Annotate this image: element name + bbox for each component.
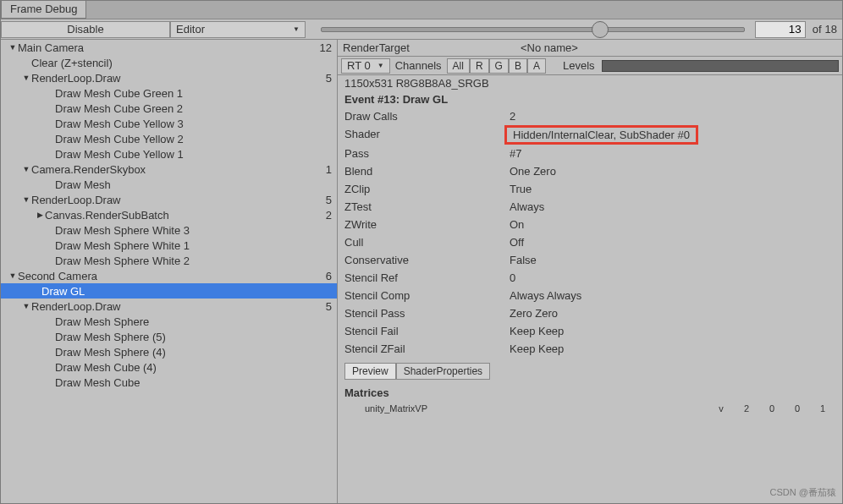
tree-row[interactable]: Draw Mesh Cube Yellow 1 [1,146,337,162]
tree-row[interactable]: Draw Mesh Sphere White 1 [1,238,337,253]
tree-label: Draw Mesh Cube Yellow 2 [55,133,311,145]
property-value: #7 [510,147,521,160]
chevron-down-icon: ▼ [377,62,384,69]
levels-slider[interactable] [602,60,839,72]
tree-row[interactable]: Draw Mesh Cube Green 1 [1,85,337,101]
tree-label: Draw Mesh Sphere White 3 [55,224,311,237]
property-label: Conservative [344,254,510,266]
tree-row[interactable]: Draw GL [1,283,337,299]
details-panel: RenderTarget <No name> RT 0 ▼ Channels A… [338,40,842,503]
tree-row[interactable]: ▼Camera.RenderSkybox1 [1,162,337,177]
property-row: ZClipTrue [338,180,842,198]
property-value: 0 [510,271,515,284]
event-slider[interactable] [314,27,752,32]
channel-button-r[interactable]: R [470,58,489,74]
channels-row: RT 0 ▼ Channels AllRGBA Levels [338,57,842,75]
tree-count: 5 [311,300,332,313]
tree-row[interactable]: ▶Canvas.RenderSubBatch2 [1,207,337,222]
tree-count: 1 [311,163,332,176]
slider-thumb[interactable] [592,21,609,38]
collapse-icon[interactable]: ▼ [8,271,18,280]
window-tab[interactable]: Frame Debug [1,1,86,19]
tree-label: Draw Mesh Cube Yellow 3 [55,118,311,130]
property-label: Stencil ZFail [344,342,510,355]
property-row: Stencil CompAlways Always [338,287,842,304]
render-target-row: RenderTarget <No name> [338,40,842,57]
rt-dropdown[interactable]: RT 0 ▼ [341,58,390,74]
tree-row[interactable]: Draw Mesh Cube [1,375,337,390]
tree-row[interactable]: ▼RenderLoop.Draw5 [1,70,337,85]
tree-row[interactable]: ▼RenderLoop.Draw5 [1,192,337,207]
tree-row[interactable]: Draw Mesh [1,177,337,192]
property-value: Always Always [510,289,581,302]
collapse-icon[interactable]: ▼ [21,195,31,204]
target-dropdown[interactable]: Editor ▼ [170,21,306,38]
toolbar: Disable Editor ▼ of 18 [1,19,842,40]
tree-label: Draw Mesh Cube Green 2 [55,102,311,115]
property-value: False [510,254,537,266]
channel-button-a[interactable]: A [527,58,546,74]
channel-button-b[interactable]: B [509,58,527,74]
tree-label: Draw Mesh Cube Yellow 1 [55,148,311,161]
tree-count: 2 [311,209,332,222]
tree-row[interactable]: Draw Mesh Cube Yellow 2 [1,131,337,146]
tree-row[interactable]: Draw Mesh Cube Yellow 3 [1,116,337,131]
property-label: Cull [344,236,510,249]
tree-row[interactable]: Draw Mesh Cube Green 2 [1,101,337,116]
tree-label: Clear (Z+stencil) [31,57,311,69]
expand-icon[interactable]: ▶ [35,211,45,219]
channel-button-all[interactable]: All [447,58,470,74]
property-label: Stencil Fail [344,325,510,337]
property-row: Stencil FailKeep Keep [338,322,842,340]
collapse-icon[interactable]: ▼ [21,302,31,310]
tab-preview[interactable]: Preview [344,363,396,380]
tree-row[interactable]: Draw Mesh Sphere (4) [1,344,337,359]
tree-row[interactable]: ▼RenderLoop.Draw5 [1,299,337,314]
property-row: Stencil ZFailKeep Keep [338,340,842,358]
property-label: Pass [344,147,510,160]
property-row: CullOff [338,233,842,251]
tree-label: Main Camera [18,41,311,54]
tree-row[interactable]: ▼Main Camera12 [1,40,337,55]
collapse-icon[interactable]: ▼ [8,43,18,52]
tree-row[interactable]: Clear (Z+stencil) [1,55,337,70]
property-label: Stencil Pass [344,307,510,320]
property-value: 2 [510,110,515,123]
tree-row[interactable]: Draw Mesh Sphere White 3 [1,222,337,238]
property-label: ZWrite [344,218,510,231]
levels-label: Levels [563,59,595,72]
collapse-icon[interactable]: ▼ [21,165,31,173]
tree-row[interactable]: Draw Mesh Cube (4) [1,359,337,375]
render-target-label: RenderTarget [343,41,521,54]
collapse-icon[interactable]: ▼ [21,74,31,82]
tree-label: Camera.RenderSkybox [31,163,311,176]
tree-label: Draw Mesh Sphere White 2 [55,255,311,267]
property-row: Pass#7 [338,145,842,162]
tree-label: Draw Mesh [55,178,311,191]
property-label: Stencil Comp [344,289,510,302]
property-value: True [510,183,532,195]
disable-button[interactable]: Disable [1,21,170,38]
tree-row[interactable]: Draw Mesh Sphere [1,314,337,329]
tree-count: 12 [311,41,332,54]
tree-label: Draw GL [41,285,311,298]
tree-row[interactable]: Draw Mesh Sphere (5) [1,329,337,344]
tree-label: Canvas.RenderSubBatch [45,209,311,222]
sub-tabs: Preview ShaderProperties [338,358,842,381]
max-events: 18 [825,23,842,36]
tree-label: Draw Mesh Sphere [55,315,311,328]
render-target-value: <No name> [521,41,578,54]
property-label: ZTest [344,200,510,213]
property-value: On [510,218,524,231]
tree-label: Draw Mesh Cube (4) [55,361,311,374]
matrices-label: Matrices [338,381,842,401]
event-number-input[interactable] [755,21,806,38]
tab-shader-properties[interactable]: ShaderProperties [396,363,490,380]
channel-button-g[interactable]: G [489,58,509,74]
tree-row[interactable]: ▼Second Camera6 [1,268,337,283]
property-row: Stencil PassZero Zero [338,304,842,322]
tree-row[interactable]: Draw Mesh Sphere White 2 [1,253,337,268]
property-row: ShaderHidden/InternalClear, SubShader #0 [338,125,842,145]
resolution-info: 1150x531 R8G8B8A8_SRGB [338,75,842,91]
slider-track[interactable] [321,27,745,32]
